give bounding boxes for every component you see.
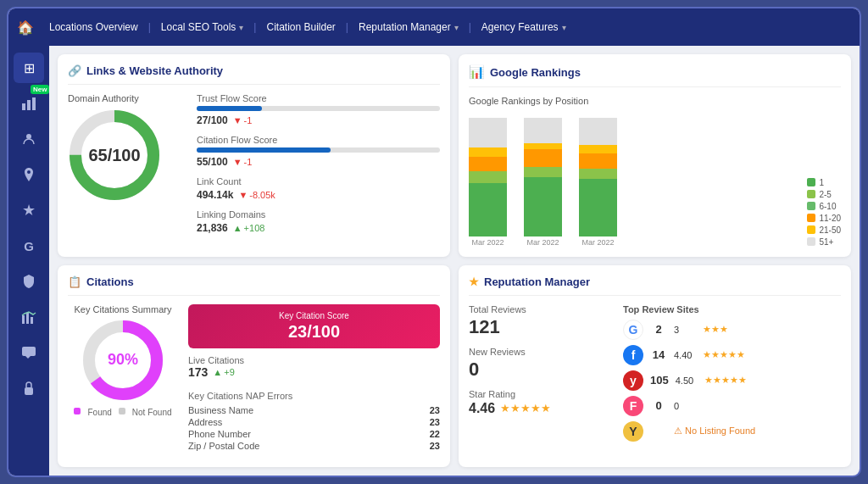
- svg-rect-2: [32, 97, 36, 110]
- citations-donut-value: 90%: [108, 351, 138, 369]
- citation-flow-label: Citation Flow Score: [197, 135, 440, 145]
- YellowPages-icon: Y: [623, 421, 643, 442]
- review-rating-value: 0: [674, 401, 699, 411]
- total-reviews-value: 121: [469, 316, 613, 338]
- domain-authority-label: Domain Authority: [68, 93, 186, 103]
- nav-local-seo-tools[interactable]: Local SEO Tools ▾: [151, 21, 254, 33]
- nap-error-row: Phone Number22: [188, 428, 440, 440]
- nap-error-row: Business Name23: [188, 404, 440, 416]
- review-rating-value: 3: [674, 325, 699, 335]
- sidebar-icon-chat[interactable]: [14, 337, 44, 368]
- review-count: 105: [650, 374, 669, 387]
- chevron-icon: ▾: [454, 23, 459, 32]
- Google-icon: G: [623, 320, 643, 340]
- review-stars: ★★★★★: [704, 375, 747, 386]
- total-reviews-label: Total Reviews: [469, 304, 613, 314]
- rankings-subtitle: Google Rankings by Position: [469, 96, 841, 106]
- chevron-icon: ▾: [239, 23, 243, 32]
- kcs-value: 23/100: [198, 322, 430, 342]
- nap-error-row: Zip / Postal Code23: [188, 440, 440, 452]
- top-navigation: 🏠 Locations Overview | Local SEO Tools ▾…: [8, 8, 860, 46]
- review-count: 14: [650, 348, 667, 361]
- citation-flow-change: ▼ -1: [233, 157, 253, 167]
- rankings-icon: 📊: [469, 64, 485, 80]
- citations-card-title: 📋 Citations: [68, 275, 440, 296]
- nap-errors-table: Business Name23Address23Phone Number22Zi…: [188, 404, 440, 452]
- links-card-title: 🔗 Links & Website Authority: [68, 64, 440, 85]
- svg-rect-9: [25, 387, 33, 395]
- bar-group: Mar 2022: [469, 118, 507, 247]
- linking-domains-value: 21,836: [197, 222, 228, 234]
- new-badge: New: [31, 85, 49, 94]
- svg-rect-6: [26, 313, 29, 324]
- review-rating-value: 4.40: [674, 350, 699, 360]
- trust-flow-bar: [197, 106, 262, 111]
- review-count: 2: [650, 323, 667, 336]
- live-citations-value: 173: [188, 365, 208, 379]
- review-rating-value: 4.50: [676, 376, 701, 386]
- bar-group: Mar 2022: [579, 118, 617, 247]
- trust-flow-change: ▼ -1: [233, 115, 253, 125]
- link-count-value: 494.14k: [197, 189, 233, 201]
- sidebar: ⊞ New ★ G: [8, 46, 49, 476]
- content-area: 🔗 Links & Website Authority Domain Autho…: [49, 46, 860, 476]
- svg-rect-8: [22, 347, 36, 356]
- nav-citation-builder[interactable]: Citation Builder: [256, 21, 345, 33]
- Yelp-icon: y: [623, 370, 643, 391]
- citations-donut: 90%: [81, 318, 165, 403]
- trust-flow-label: Trust Flow Score: [197, 93, 440, 103]
- links-website-authority-card: 🔗 Links & Website Authority Domain Autho…: [58, 54, 450, 257]
- new-reviews-label: New Reviews: [469, 347, 613, 357]
- review-site-row: G23★★★: [623, 320, 841, 340]
- nap-errors-section: Key Citations NAP Errors Business Name23…: [188, 391, 440, 452]
- linking-domains-change: ▲ +108: [233, 223, 265, 233]
- rankings-card-title: 📊 Google Rankings: [469, 64, 841, 87]
- sidebar-icon-grid[interactable]: ⊞: [14, 53, 44, 83]
- svg-rect-1: [27, 100, 31, 110]
- review-site-row: F00: [623, 396, 841, 416]
- svg-rect-5: [22, 315, 25, 324]
- trust-flow-value: 27/100: [197, 114, 228, 126]
- star-rating-label: Star Rating: [469, 389, 613, 399]
- sidebar-icon-google[interactable]: G: [14, 231, 44, 261]
- svg-rect-7: [31, 317, 33, 324]
- star-rating-value: 4.46: [469, 401, 495, 416]
- reputation-manager-card: ★ Reputation Manager Total Reviews 121 N…: [459, 265, 851, 468]
- sidebar-icon-lock[interactable]: [14, 373, 44, 403]
- home-icon[interactable]: 🏠: [17, 19, 34, 36]
- review-site-row: y1054.50★★★★★: [623, 370, 841, 391]
- linking-domains-label: Linking Domains: [197, 209, 440, 220]
- citation-flow-value: 55/100: [197, 156, 228, 168]
- top-review-sites-label: Top Review Sites: [623, 304, 841, 314]
- nap-errors-label: Key Citations NAP Errors: [188, 391, 440, 401]
- links-icon: 🔗: [68, 64, 81, 77]
- citations-icon: 📋: [68, 275, 81, 288]
- link-count-change: ▼ -8.05k: [238, 190, 275, 200]
- domain-authority-value: 65/100: [88, 146, 140, 165]
- review-site-row: Y⚠ No Listing Found: [623, 421, 841, 442]
- nav-agency-features[interactable]: Agency Features ▾: [471, 21, 576, 33]
- sidebar-icon-person[interactable]: [14, 124, 44, 154]
- chevron-icon: ▾: [562, 23, 566, 32]
- link-count-label: Link Count: [197, 176, 440, 186]
- sidebar-icon-star[interactable]: ★: [14, 195, 44, 225]
- nav-reputation-manager[interactable]: Reputation Manager ▾: [348, 21, 469, 33]
- review-stars: ★★★★★: [703, 349, 745, 360]
- citation-flow-bar: [197, 147, 331, 153]
- google-rankings-card: 📊 Google Rankings Google Rankings by Pos…: [459, 54, 851, 257]
- citations-legend: Found Not Found: [74, 408, 171, 417]
- sidebar-icon-bar-chart[interactable]: [14, 302, 44, 332]
- reputation-icon: ★: [469, 275, 479, 288]
- sidebar-icon-shield[interactable]: [14, 266, 44, 297]
- nav-locations-overview[interactable]: Locations Overview: [39, 21, 148, 33]
- sidebar-icon-location[interactable]: [14, 159, 44, 190]
- key-citation-score-box: Key Citation Score 23/100: [188, 304, 440, 348]
- key-citations-summary-label: Key Citations Summary: [75, 304, 172, 314]
- kcs-label: Key Citation Score: [198, 311, 430, 320]
- review-count: 0: [650, 399, 667, 412]
- live-citations-label: Live Citations: [188, 355, 440, 365]
- no-listing-text: ⚠ No Listing Found: [674, 426, 755, 437]
- live-citations-change: ▲ +9: [213, 367, 234, 377]
- new-reviews-value: 0: [469, 359, 613, 381]
- review-site-row: f144.40★★★★★: [623, 345, 841, 365]
